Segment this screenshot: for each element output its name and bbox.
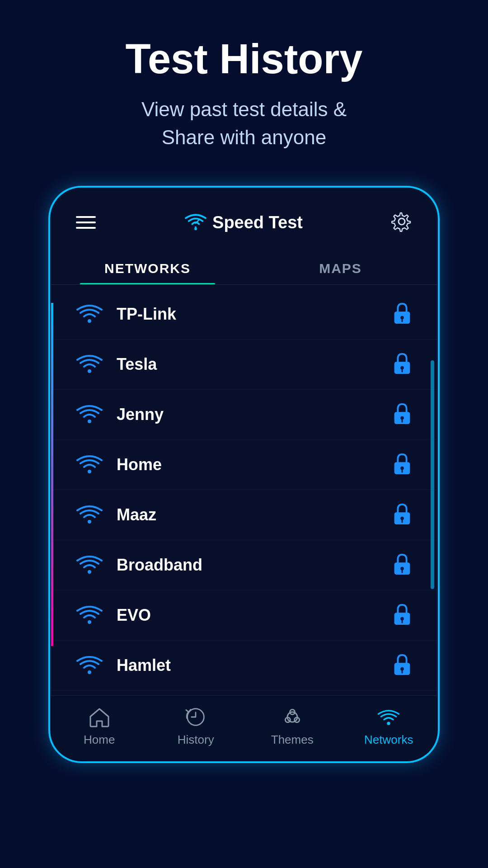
page-subtitle: View past test details &Share with anyon…: [27, 95, 461, 151]
history-icon: [183, 706, 208, 728]
lock-icon: [392, 402, 412, 427]
svg-point-19: [88, 520, 91, 524]
nav-item-themes[interactable]: Themes: [244, 706, 341, 747]
svg-point-40: [387, 722, 390, 725]
phone-frame: Speed Test NETWORKS MAPS: [50, 187, 438, 762]
wifi-icon: [76, 352, 103, 377]
svg-point-3: [88, 319, 91, 323]
nav-label-home: Home: [84, 733, 115, 747]
lock-icon: [392, 302, 412, 326]
tab-maps[interactable]: MAPS: [244, 252, 437, 284]
wifi-icon: [76, 553, 103, 577]
settings-icon[interactable]: [391, 211, 412, 234]
nav-item-home[interactable]: Home: [51, 706, 148, 747]
lock-icon: [392, 603, 412, 627]
wifi-logo-icon: [184, 212, 207, 232]
network-name: EVO: [117, 606, 392, 625]
network-name: Jenny: [117, 405, 392, 424]
svg-point-31: [88, 670, 91, 674]
network-list: TP-Link: [51, 285, 437, 695]
network-name: Tesla: [117, 355, 392, 374]
wifi-icon: [76, 603, 103, 627]
app-logo: Speed Test: [184, 212, 303, 232]
svg-point-2: [399, 218, 405, 225]
network-name: Home: [117, 455, 392, 474]
page-title: Test History: [27, 36, 461, 82]
phone-wrapper: Speed Test NETWORKS MAPS: [50, 187, 438, 859]
svg-point-27: [88, 620, 91, 624]
header-section: Test History View past test details &Sha…: [0, 0, 488, 178]
lock-icon: [392, 503, 412, 527]
network-name: TP-Link: [117, 305, 392, 324]
network-item[interactable]: EVO: [51, 590, 437, 641]
network-name: Maaz: [117, 505, 392, 524]
svg-point-23: [88, 570, 91, 574]
bottom-nav: Home History: [51, 695, 437, 760]
network-name: Hamlet: [117, 656, 392, 675]
wifi-icon: [76, 302, 103, 326]
nav-item-history[interactable]: History: [148, 706, 244, 747]
lock-icon: [392, 553, 412, 577]
svg-point-7: [88, 369, 91, 373]
nav-label-networks: Networks: [364, 733, 413, 747]
tabs-container: NETWORKS MAPS: [51, 252, 437, 285]
menu-button[interactable]: [76, 216, 96, 229]
network-item[interactable]: Broadband: [51, 540, 437, 590]
nav-label-themes: Themes: [271, 733, 314, 747]
lock-icon: [392, 352, 412, 377]
tab-networks[interactable]: NETWORKS: [51, 252, 244, 284]
svg-point-15: [88, 470, 91, 473]
network-item[interactable]: Maaz: [51, 490, 437, 540]
app-name: Speed Test: [212, 213, 303, 232]
wifi-icon: [76, 503, 103, 527]
wifi-icon: [76, 402, 103, 427]
network-item[interactable]: TP-Link: [51, 289, 437, 340]
nav-label-history: History: [178, 733, 214, 747]
networks-icon: [376, 706, 401, 728]
network-item[interactable]: Hamlet: [51, 641, 437, 691]
phone-inner: Speed Test NETWORKS MAPS: [51, 189, 437, 760]
wifi-icon: [76, 653, 103, 678]
app-topbar: Speed Test: [51, 189, 437, 247]
lock-icon: [392, 453, 412, 477]
network-item[interactable]: Home: [51, 440, 437, 490]
wifi-icon: [76, 453, 103, 477]
nav-item-networks[interactable]: Networks: [341, 706, 437, 747]
svg-point-0: [194, 228, 197, 231]
themes-icon: [280, 706, 305, 728]
network-item[interactable]: Jenny: [51, 390, 437, 440]
network-name: Broadband: [117, 556, 392, 575]
lock-icon: [392, 653, 412, 678]
network-item[interactable]: Tesla: [51, 340, 437, 390]
home-icon: [87, 706, 112, 728]
svg-point-11: [88, 420, 91, 423]
